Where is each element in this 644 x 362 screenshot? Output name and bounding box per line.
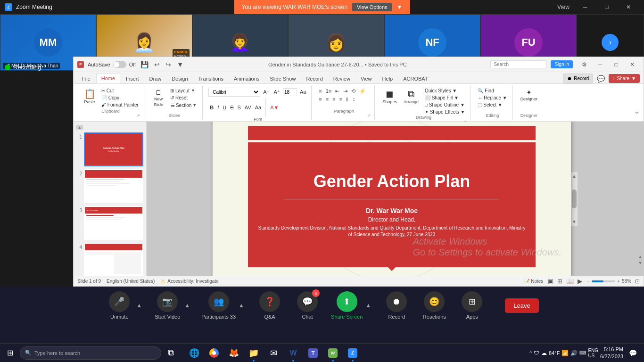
replace-button[interactable]: ↔ Replace ▼ xyxy=(476,95,508,101)
paste-button[interactable]: 📋 Paste xyxy=(81,88,98,106)
quick-styles-button[interactable]: Quick Styles ▼ xyxy=(423,88,467,94)
taskbar-word-button[interactable]: W xyxy=(284,344,303,362)
tab-file[interactable]: File xyxy=(77,74,95,83)
ribbon-record-button[interactable]: ⏺ Record xyxy=(563,74,593,83)
taskbar-mail-button[interactable]: ✉ xyxy=(264,344,283,362)
taskbar-wordle-button[interactable]: W xyxy=(323,344,342,362)
ppt-search-input[interactable] xyxy=(490,60,547,68)
signin-button[interactable]: Sign in xyxy=(551,60,573,68)
bold-button[interactable]: B xyxy=(208,104,215,111)
collapse-ribbon-button[interactable]: ⌄ xyxy=(634,107,640,115)
find-button[interactable]: 🔍 Find xyxy=(476,88,495,94)
layout-button[interactable]: ⊞ Layout ▼ xyxy=(169,88,198,94)
scroll-down-btn[interactable]: ▼ xyxy=(570,218,578,226)
start-video-button[interactable]: 📷 Start Video xyxy=(153,291,182,320)
arrange-button[interactable]: ⧉ Arrange xyxy=(402,88,421,106)
font-family-select[interactable]: Calibri xyxy=(208,88,260,97)
font-size-decrease-btn[interactable]: A⁻ xyxy=(262,89,271,96)
change-case-button[interactable]: Aa xyxy=(254,104,263,111)
undo-button[interactable]: ↩ xyxy=(153,61,161,68)
share-screen-dropdown[interactable]: ▲ xyxy=(363,301,373,310)
minimize-button[interactable]: ─ xyxy=(574,0,596,14)
slide-sorter-btn[interactable]: ⊞ xyxy=(556,277,563,286)
maximize-button[interactable]: □ xyxy=(596,0,618,14)
customize-qa-button[interactable]: ▼ xyxy=(176,61,184,68)
zoom-slider[interactable] xyxy=(592,280,615,282)
save-button[interactable]: 💾 xyxy=(140,61,149,68)
view-options-button[interactable]: View Options xyxy=(352,3,392,11)
zoom-fit-btn[interactable]: ▲ xyxy=(638,254,643,259)
taskbar-firefox-button[interactable]: 🦊 xyxy=(224,344,243,362)
reading-view-btn[interactable]: 📖 xyxy=(565,277,575,286)
unmute-dropdown[interactable]: ▲ xyxy=(134,301,144,310)
system-clock[interactable]: 5:16 PM 6/27/2023 xyxy=(600,346,623,360)
sound-icon[interactable]: 🔊 xyxy=(570,350,578,356)
tab-animations[interactable]: Animations xyxy=(229,74,264,83)
task-view-button[interactable]: ⧉ xyxy=(161,344,180,362)
tab-help[interactable]: Help xyxy=(378,74,398,83)
clear-formatting-btn[interactable]: Aa xyxy=(298,89,307,95)
designer-button[interactable]: ✦ Designer xyxy=(519,88,539,103)
accessibility-bar[interactable]: ⚠ Accessibility: Investigate xyxy=(160,278,218,285)
leave-button[interactable]: Leave xyxy=(505,298,538,313)
underline-button[interactable]: U xyxy=(221,104,228,111)
comment-icon[interactable]: 💬 xyxy=(595,74,607,83)
slideshow-btn[interactable]: ▶ xyxy=(577,277,583,286)
zoom-in-btn-status[interactable]: + xyxy=(617,279,620,284)
taskbar-search[interactable]: 🔍 Type here to search xyxy=(20,346,161,360)
zoom-out-btn[interactable]: ▼ xyxy=(638,260,643,265)
clipboard-expand-icon[interactable]: ↗ xyxy=(137,114,140,118)
slide-scrollbar-right[interactable]: ▲ ▼ ▲ ▼ xyxy=(571,172,578,226)
share-screen-button[interactable]: ⬆ Share Screen xyxy=(331,291,363,320)
select-button[interactable]: ⬚ Select ▼ xyxy=(476,102,504,108)
tab-view[interactable]: View xyxy=(356,74,377,83)
taskbar-zoom-button[interactable]: Z xyxy=(343,344,362,362)
tab-design[interactable]: Design xyxy=(167,74,192,83)
shape-fill-button[interactable]: ⬜ Shape Fill ▼ xyxy=(423,95,467,101)
notifications-button[interactable]: 💬 xyxy=(625,344,640,362)
ppt-close-button[interactable]: ✕ xyxy=(625,59,640,70)
align-center-button[interactable]: ≡ xyxy=(324,96,330,102)
slide-thumb-1[interactable]: 1 Gender Action Plan Dr. War War Moe xyxy=(76,132,143,166)
numbering-button[interactable]: 1≡ xyxy=(324,88,333,95)
section-button[interactable]: ☰ Section ▼ xyxy=(169,102,198,109)
strikethrough-button[interactable]: S xyxy=(229,104,235,111)
taskbar-explorer-button[interactable]: 📁 xyxy=(244,344,263,362)
align-right-button[interactable]: ≡ xyxy=(331,96,337,102)
ppt-settings-icon[interactable]: ⚙ xyxy=(577,59,592,70)
tab-transitions[interactable]: Transitions xyxy=(194,74,228,83)
shape-outline-button[interactable]: □ Shape Outline ▼ xyxy=(423,102,467,108)
shadow-button[interactable]: S xyxy=(236,104,242,111)
slide-thumb-2[interactable]: 2 xyxy=(76,169,143,203)
format-painter-button[interactable]: 🖌 Format Painter xyxy=(100,102,140,108)
slide-main-content-box[interactable]: Gender Action Plan Dr. War War Moe Direc… xyxy=(248,142,536,267)
taskbar-edge-button[interactable]: 🌐 xyxy=(185,344,204,362)
slide-thumb-3[interactable]: 3 GAP Overview xyxy=(76,206,143,240)
shape-effects-button[interactable]: ✦ Shape Effects ▼ xyxy=(423,109,467,115)
slide-thumb-4[interactable]: 4 xyxy=(76,243,143,276)
autosave-toggle[interactable] xyxy=(113,61,126,68)
tab-insert[interactable]: Insert xyxy=(121,74,144,83)
convert-to-smartart-button[interactable]: ⚡ xyxy=(358,88,367,95)
columns-button[interactable]: ⫿ xyxy=(345,96,350,102)
taskbar-teams-button[interactable]: T xyxy=(304,344,322,362)
zoom-out-btn-status[interactable]: − xyxy=(587,279,590,284)
cut-button[interactable]: ✂ Cut xyxy=(100,88,140,94)
slide-scroll-up-button[interactable]: ▲ xyxy=(76,125,83,130)
line-spacing-button[interactable]: ↕ xyxy=(351,96,357,102)
normal-view-btn[interactable]: ▣ xyxy=(547,277,554,286)
record-toolbar-button[interactable]: ⏺ Record xyxy=(382,291,411,320)
indent-less-button[interactable]: ⇤ xyxy=(334,88,341,95)
ppt-maximize-button[interactable]: □ xyxy=(609,59,624,70)
font-color-button[interactable]: A▼ xyxy=(269,104,280,111)
indent-more-button[interactable]: ⇥ xyxy=(342,88,349,95)
tab-review[interactable]: Review xyxy=(329,74,355,83)
scroll-up-btn[interactable]: ▲ xyxy=(570,172,578,180)
new-slide-button[interactable]: 🗒 New Slide xyxy=(150,88,167,108)
shapes-button[interactable]: ◼ Shapes xyxy=(380,88,399,106)
scroll-thumb[interactable] xyxy=(572,189,577,208)
tab-record[interactable]: Record xyxy=(301,74,327,83)
start-button[interactable]: ⊞ xyxy=(0,344,20,362)
copy-button[interactable]: 📄 Copy xyxy=(100,95,140,101)
reactions-button[interactable]: 😊 Reactions xyxy=(420,291,448,320)
